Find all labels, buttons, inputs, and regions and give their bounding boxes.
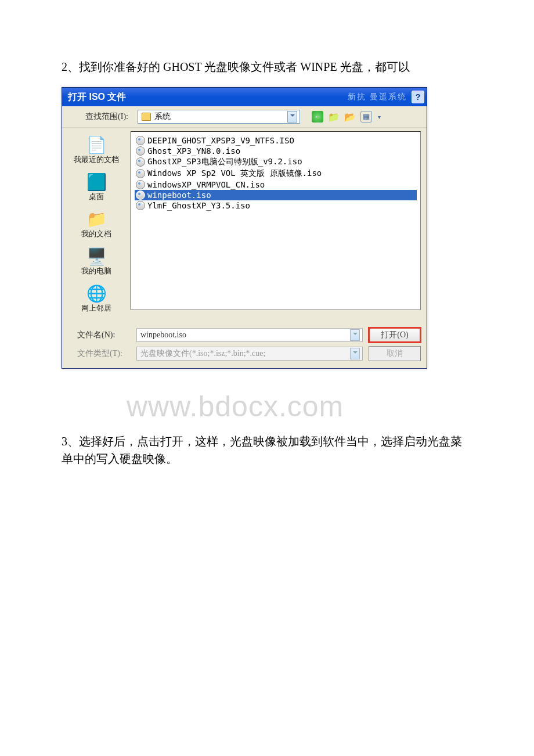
places-desktop-label: 桌面 bbox=[89, 192, 104, 202]
network-icon bbox=[86, 283, 106, 303]
lookin-row: 查找范围(I): 系统 bbox=[62, 106, 427, 128]
lookin-label: 查找范围(I): bbox=[68, 111, 132, 122]
file-list-item[interactable]: Windows XP Sp2 VOL 英文版 原版镜像.iso bbox=[135, 168, 417, 179]
places-computer[interactable]: 我的电脑 bbox=[70, 244, 122, 279]
folder-icon bbox=[142, 113, 151, 121]
open-button[interactable]: 打开(O) bbox=[369, 327, 421, 343]
iso-file-icon bbox=[136, 169, 145, 178]
desktop-icon bbox=[86, 172, 106, 192]
iso-file-icon bbox=[136, 190, 145, 200]
file-list-item[interactable]: DEEPIN_GHOST_XPSP3_V9_NTFS.ISO bbox=[135, 135, 417, 146]
chevron-down-icon[interactable] bbox=[350, 348, 360, 359]
dialog-toolbar bbox=[312, 111, 381, 123]
dialog-bottom-controls: 文件名(N): winpeboot.iso 打开(O) 文件类型(T): 光盘映… bbox=[62, 321, 427, 368]
places-computer-label: 我的电脑 bbox=[81, 266, 111, 276]
back-icon[interactable] bbox=[312, 111, 323, 123]
places-recent-label: 我最近的文档 bbox=[74, 154, 119, 165]
filetype-label: 文件类型(T): bbox=[68, 348, 131, 359]
file-list-item[interactable]: windowsXP_VRMPVOL_CN.iso bbox=[135, 179, 417, 190]
open-iso-dialog: 打开 ISO 文件 新抗 曼遥系统 ? 查找范围(I): 系统 bbox=[62, 87, 427, 369]
view-menu-chevron-icon[interactable] bbox=[377, 111, 381, 123]
iso-file-icon bbox=[136, 201, 145, 210]
filename-value: winpeboot.iso bbox=[140, 330, 186, 340]
filetype-value: 光盘映像文件(*.iso;*.isz;*.bin;*.cue; bbox=[140, 348, 265, 359]
recent-docs-icon bbox=[86, 135, 106, 154]
file-list-item-label: DEEPIN_GHOST_XPSP3_V9_NTFS.ISO bbox=[147, 136, 294, 145]
open-iso-dialog-screenshot: 打开 ISO 文件 新抗 曼遥系统 ? 查找范围(I): 系统 bbox=[62, 87, 428, 392]
dialog-title: 打开 ISO 文件 bbox=[68, 91, 126, 103]
up-one-level-icon[interactable] bbox=[328, 111, 340, 123]
my-documents-icon bbox=[86, 209, 106, 229]
my-computer-icon bbox=[86, 246, 106, 266]
file-list-item-label: GhostXP_SP3电脑公司特别版_v9.2.iso bbox=[147, 157, 302, 167]
places-network-label: 网上邻居 bbox=[81, 303, 111, 314]
instruction-step-2: 2、找到你准备好的 GHOST 光盘映像文件或者 WINPE 光盘，都可以 bbox=[62, 58, 472, 75]
filename-label: 文件名(N): bbox=[68, 330, 131, 340]
chevron-down-icon[interactable] bbox=[287, 111, 297, 123]
file-list-item[interactable]: YlmF_GhostXP_Y3.5.iso bbox=[135, 200, 417, 211]
file-list-item-label: windowsXP_VRMPVOL_CN.iso bbox=[147, 180, 265, 189]
cancel-button[interactable]: 取消 bbox=[369, 346, 421, 361]
iso-file-icon bbox=[136, 136, 145, 145]
watermark-text: www.bdocx.com bbox=[127, 390, 344, 423]
view-menu-icon[interactable] bbox=[360, 111, 372, 123]
file-list-item-label: Windows XP Sp2 VOL 英文版 原版镜像.iso bbox=[147, 168, 322, 179]
file-list-pane[interactable]: DEEPIN_GHOST_XPSP3_V9_NTFS.ISOGhost_XP3_… bbox=[131, 131, 421, 310]
filename-combobox[interactable]: winpeboot.iso bbox=[136, 328, 363, 342]
new-folder-icon[interactable] bbox=[344, 111, 356, 123]
places-recent[interactable]: 我最近的文档 bbox=[70, 132, 122, 167]
file-list-item-label: Ghost_XP3_YN8.0.iso bbox=[147, 146, 240, 156]
filetype-combobox[interactable]: 光盘映像文件(*.iso;*.isz;*.bin;*.cue; bbox=[136, 347, 363, 361]
places-desktop[interactable]: 桌面 bbox=[70, 170, 122, 204]
file-list-item[interactable]: winpeboot.iso bbox=[135, 190, 417, 200]
places-network[interactable]: 网上邻居 bbox=[70, 281, 122, 316]
titlebar-decor-text: 新抗 曼遥系统 bbox=[348, 92, 407, 102]
places-bar: 我最近的文档 桌面 我的文档 我的电脑 网上邻居 bbox=[62, 128, 131, 321]
chevron-down-icon[interactable] bbox=[350, 329, 360, 341]
iso-file-icon bbox=[136, 146, 145, 156]
help-button[interactable]: ? bbox=[412, 91, 424, 103]
iso-file-icon bbox=[136, 180, 145, 189]
instruction-step-3: 3、选择好后，点击打开，这样，光盘映像被加载到软件当中，选择启动光盘菜单中的写入… bbox=[62, 433, 472, 467]
file-list-item[interactable]: Ghost_XP3_YN8.0.iso bbox=[135, 146, 417, 156]
file-list-item-label: winpeboot.iso bbox=[147, 190, 211, 200]
dialog-titlebar: 打开 ISO 文件 新抗 曼遥系统 ? bbox=[62, 88, 427, 106]
file-list-item[interactable]: GhostXP_SP3电脑公司特别版_v9.2.iso bbox=[135, 156, 417, 168]
lookin-combobox[interactable]: 系统 bbox=[138, 110, 300, 124]
lookin-value: 系统 bbox=[154, 111, 171, 122]
places-documents[interactable]: 我的文档 bbox=[70, 207, 122, 242]
iso-file-icon bbox=[136, 157, 145, 167]
places-documents-label: 我的文档 bbox=[81, 229, 111, 239]
file-list-item-label: YlmF_GhostXP_Y3.5.iso bbox=[147, 201, 250, 210]
